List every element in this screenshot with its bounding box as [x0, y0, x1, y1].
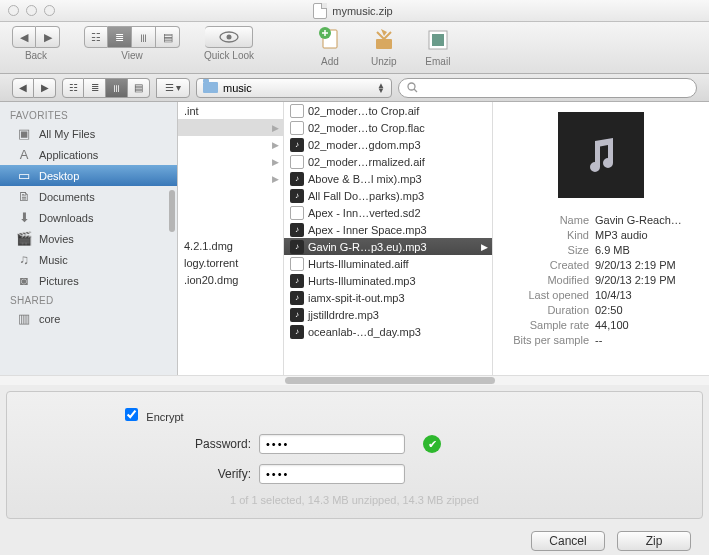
mp3-file-icon: ♪ [290, 138, 304, 152]
mp3-file-icon: ♪ [290, 308, 304, 322]
verify-label: Verify: [27, 467, 259, 481]
sidebar-favorites-head: FAVORITES [0, 106, 177, 123]
list-item[interactable]: 4.2.1.dmg [178, 237, 283, 254]
svg-point-7 [408, 83, 415, 90]
list-item[interactable]: ▶ [178, 119, 283, 136]
pictures-icon: ◙ [16, 273, 32, 288]
meta-created: 9/20/13 2:19 PM [595, 259, 699, 271]
sidebar-item-pictures[interactable]: ◙Pictures [0, 270, 177, 291]
close-window-button[interactable] [8, 5, 19, 16]
add-document-icon [317, 27, 343, 53]
mp3-file-icon: ♪ [290, 223, 304, 237]
add-button[interactable] [315, 26, 345, 54]
back-label: Back [25, 50, 47, 61]
meta-bits: -- [595, 334, 699, 346]
view-column-button[interactable]: ⫼ [132, 26, 156, 48]
unzip-icon [371, 27, 397, 53]
email-button[interactable] [423, 26, 453, 54]
applications-icon: A [16, 147, 32, 162]
sidebar-item-applications[interactable]: AApplications [0, 144, 177, 165]
zip-button[interactable]: Zip [617, 531, 691, 551]
path-dropdown[interactable]: music ▲▼ [196, 78, 392, 98]
list-item[interactable]: ♪Above & B…l mix).mp3 [284, 170, 492, 187]
encrypt-label: Encrypt [146, 411, 183, 423]
list-item[interactable]: ♪02_moder…gdom.mp3 [284, 136, 492, 153]
folder-icon [203, 82, 218, 93]
view-columns-button[interactable]: ⫼ [106, 78, 128, 98]
stamp-icon [425, 27, 451, 53]
sidebar-item-desktop[interactable]: ▭Desktop [0, 165, 177, 186]
sidebar-shared-head: SHARED [0, 291, 177, 308]
list-item[interactable]: Apex - Inn…verted.sd2 [284, 204, 492, 221]
list-item[interactable]: ♪Gavin G-R…p3.eu).mp3▶ [284, 238, 492, 255]
aif-file-icon [290, 155, 304, 169]
meta-kind: MP3 audio [595, 229, 699, 241]
unzip-button[interactable] [369, 26, 399, 54]
status-text: 1 of 1 selected, 14.3 MB unzipped, 14.3 … [27, 494, 682, 506]
cancel-button[interactable]: Cancel [531, 531, 605, 551]
quicklook-button[interactable] [205, 26, 253, 48]
list-item[interactable]: .int [178, 102, 283, 119]
path-forward-button[interactable]: ▶ [34, 78, 56, 98]
view-cover-button[interactable]: ▤ [156, 26, 180, 48]
list-item[interactable]: .ion20.dmg [178, 271, 283, 288]
view-icon-button[interactable]: ☷ [84, 26, 108, 48]
list-item[interactable]: ▶ [178, 153, 283, 170]
sidebar-item-core[interactable]: ▥core [0, 308, 177, 329]
list-item[interactable]: 02_moder…rmalized.aif [284, 153, 492, 170]
aif-file-icon [290, 257, 304, 271]
add-label: Add [321, 56, 339, 67]
mp3-file-icon: ♪ [290, 172, 304, 186]
list-item[interactable]: ♪Hurts-Illuminated.mp3 [284, 272, 492, 289]
list-item[interactable]: logy.torrent [178, 254, 283, 271]
main-browser: FAVORITES ▣All My Files AApplications ▭D… [0, 102, 709, 375]
aif-file-icon [290, 104, 304, 118]
path-back-button[interactable]: ◀ [12, 78, 34, 98]
sidebar-scrollbar[interactable] [169, 190, 175, 232]
verify-input[interactable] [259, 464, 405, 484]
meta-name: Gavin G-Reach… [595, 214, 699, 226]
dialog-buttons: Cancel Zip [0, 525, 709, 555]
sidebar-item-all-my-files[interactable]: ▣All My Files [0, 123, 177, 144]
password-input[interactable] [259, 434, 405, 454]
back-button[interactable]: ◀ [12, 26, 36, 48]
sidebar-item-movies[interactable]: 🎬Movies [0, 228, 177, 249]
list-item[interactable]: ▶ [178, 136, 283, 153]
list-item[interactable]: 02_moder…to Crop.flac [284, 119, 492, 136]
view-list2-button[interactable]: ≣ [84, 78, 106, 98]
list-item[interactable]: ♪iamx-spit-it-out.mp3 [284, 289, 492, 306]
list-item[interactable]: ♪Apex - Inner Space.mp3 [284, 221, 492, 238]
arrange-button[interactable]: ☰ ▾ [156, 78, 190, 98]
chevron-right-icon: ▶ [481, 242, 488, 252]
aif-file-icon [290, 206, 304, 220]
encrypt-checkbox[interactable] [125, 408, 138, 421]
view-icons-button[interactable]: ☷ [62, 78, 84, 98]
sidebar-item-music[interactable]: ♫Music [0, 249, 177, 270]
list-item[interactable]: Hurts-Illuminated.aiff [284, 255, 492, 272]
minimize-window-button[interactable] [26, 5, 37, 16]
horizontal-scrollbar[interactable] [0, 375, 709, 385]
column-1: .int ▶ ▶ ▶ ▶ 4.2.1.dmg logy.torrent .ion… [178, 102, 284, 375]
sidebar-item-documents[interactable]: 🗎Documents [0, 186, 177, 207]
view-list-button[interactable]: ≣ [108, 26, 132, 48]
list-item[interactable]: ♪All Fall Do…parks).mp3 [284, 187, 492, 204]
sidebar-item-downloads[interactable]: ⬇Downloads [0, 207, 177, 228]
zoom-window-button[interactable] [44, 5, 55, 16]
downloads-icon: ⬇ [16, 210, 32, 225]
chevron-right-icon: ▶ [272, 174, 279, 184]
chevron-right-icon: ▶ [272, 140, 279, 150]
eye-icon [219, 31, 239, 43]
forward-button[interactable]: ▶ [36, 26, 60, 48]
list-item[interactable]: ♪jjstilldrdre.mp3 [284, 306, 492, 323]
list-item[interactable]: ♪oceanlab-…d_day.mp3 [284, 323, 492, 340]
list-item[interactable]: ▶ [178, 170, 283, 187]
window-title: mymusic.zip [332, 5, 393, 17]
list-item[interactable]: 02_moder…to Crop.aif [284, 102, 492, 119]
svg-rect-6 [432, 34, 444, 46]
scrollbar-thumb[interactable] [285, 377, 495, 384]
column-2: 02_moder…to Crop.aif02_moder…to Crop.fla… [284, 102, 493, 375]
titlebar: mymusic.zip [0, 0, 709, 22]
view-coverflow-button[interactable]: ▤ [128, 78, 150, 98]
meta-size: 6.9 MB [595, 244, 699, 256]
search-input[interactable] [398, 78, 697, 98]
